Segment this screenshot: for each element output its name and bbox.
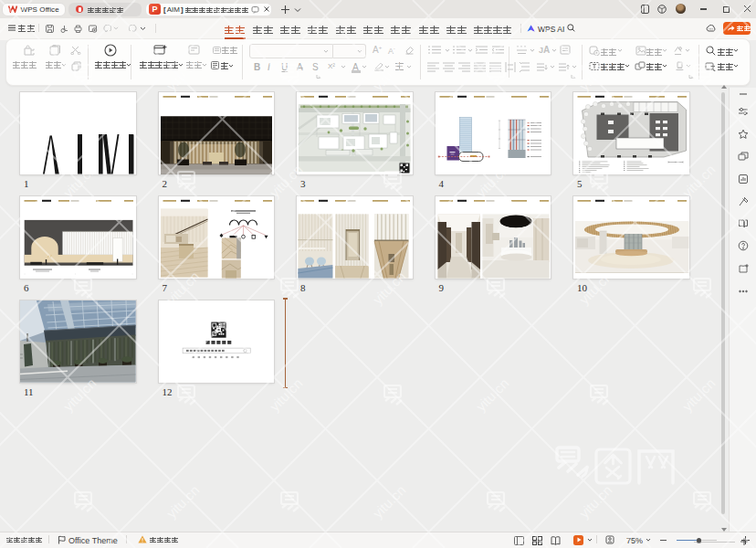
svg-text:yitu.cn: yitu.cn <box>370 482 409 522</box>
svg-text:yitu.cn: yitu.cn <box>679 375 719 415</box>
svg-text:yitu.cn: yitu.cn <box>473 375 512 415</box>
svg-text:yitu.cn: yitu.cn <box>163 482 203 522</box>
svg-text:yitu.cn: yitu.cn <box>576 482 615 522</box>
